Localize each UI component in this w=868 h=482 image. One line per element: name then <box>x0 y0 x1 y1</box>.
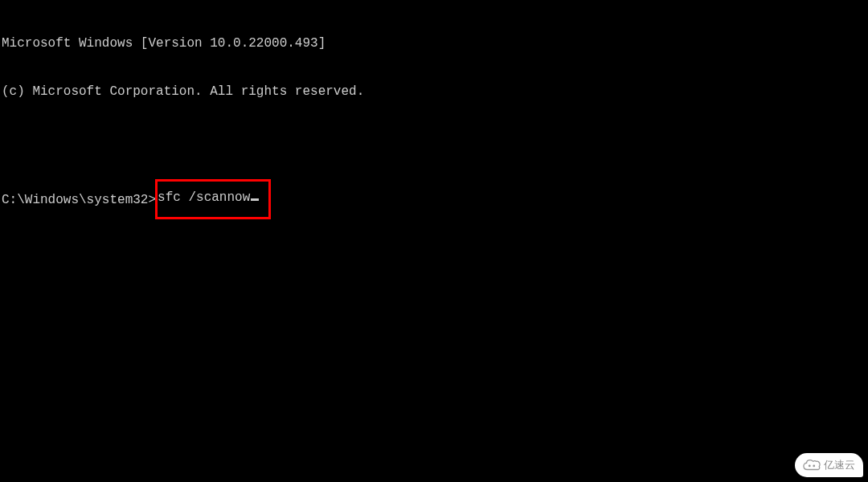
copyright-line: (c) Microsoft Corporation. All rights re… <box>2 84 866 100</box>
svg-point-0 <box>809 465 811 468</box>
prompt-path: C:\Windows\system32> <box>2 192 156 208</box>
watermark-badge: 亿速云 <box>795 453 863 477</box>
version-line: Microsoft Windows [Version 10.0.22000.49… <box>2 35 866 51</box>
command-prompt-terminal[interactable]: Microsoft Windows [Version 10.0.22000.49… <box>0 0 868 239</box>
watermark-label: 亿速云 <box>824 458 855 472</box>
typed-command: sfc /scannow <box>158 190 250 206</box>
cloud-icon <box>803 459 821 472</box>
blank-line <box>2 132 866 148</box>
svg-point-1 <box>813 465 815 468</box>
command-highlight-box: sfc /scannow <box>155 179 271 219</box>
prompt-line[interactable]: C:\Windows\system32>sfc /scannow <box>2 180 866 220</box>
text-cursor <box>251 198 259 201</box>
